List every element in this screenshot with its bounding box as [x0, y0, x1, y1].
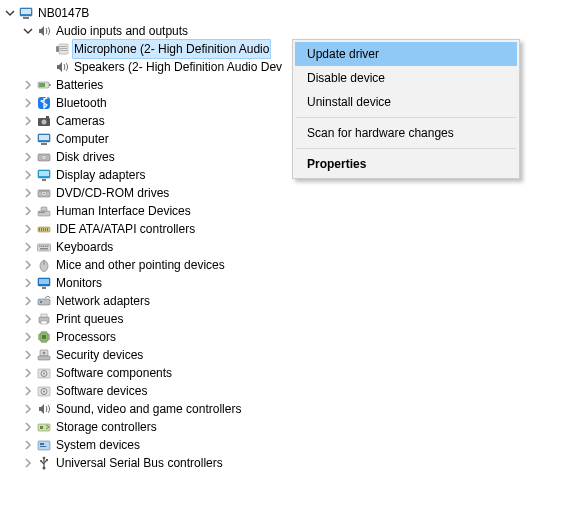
chevron-right-icon[interactable] [22, 331, 34, 343]
tree-item-label: DVD/CD-ROM drives [56, 184, 169, 202]
dvd-icon [36, 185, 52, 201]
softdev-icon [36, 383, 52, 399]
security-icon [36, 347, 52, 363]
tree-item-storage[interactable]: Storage controllers [4, 418, 562, 436]
chevron-right-icon[interactable] [22, 151, 34, 163]
speaker-icon [54, 59, 70, 75]
chevron-right-icon[interactable] [22, 223, 34, 235]
tree-item-label: Keyboards [56, 238, 113, 256]
tree-item-ide[interactable]: IDE ATA/ATAPI controllers [4, 220, 562, 238]
processors-icon [36, 329, 52, 345]
batteries-icon [36, 77, 52, 93]
tree-root-label: NB0147B [38, 4, 89, 22]
tree-item-softcomp[interactable]: Software components [4, 364, 562, 382]
computer-icon [36, 131, 52, 147]
tree-item-label: Microphone (2- High Definition Audio [72, 39, 271, 59]
chevron-right-icon[interactable] [22, 277, 34, 289]
tree-item-label: Processors [56, 328, 116, 346]
menu-update-driver[interactable]: Update driver [295, 42, 517, 66]
chevron-down-icon[interactable] [22, 25, 34, 37]
tree-item-label: Security devices [56, 346, 143, 364]
display-icon [36, 167, 52, 183]
chevron-right-icon[interactable] [22, 79, 34, 91]
tree-item-security[interactable]: Security devices [4, 346, 562, 364]
chevron-right-icon[interactable] [22, 367, 34, 379]
tree-item-label: Disk drives [56, 148, 115, 166]
chevron-right-icon[interactable] [22, 385, 34, 397]
tree-item-label: System devices [56, 436, 140, 454]
chevron-down-icon[interactable] [4, 7, 16, 19]
tree-item-label: Speakers (2- High Definition Audio Dev [74, 58, 282, 76]
chevron-right-icon[interactable] [22, 439, 34, 451]
microphone-icon [54, 41, 70, 57]
chevron-right-icon[interactable] [22, 295, 34, 307]
tree-item-print[interactable]: Print queues [4, 310, 562, 328]
sound-icon [36, 401, 52, 417]
chevron-right-icon[interactable] [22, 259, 34, 271]
tree-item-label: Bluetooth [56, 94, 107, 112]
tree-item-label: Network adapters [56, 292, 150, 310]
tree-item-label: IDE ATA/ATAPI controllers [56, 220, 195, 238]
chevron-right-icon[interactable] [22, 169, 34, 181]
tree-item-label: Software components [56, 364, 172, 382]
chevron-right-icon[interactable] [22, 205, 34, 217]
computer-root-icon [18, 5, 34, 21]
tree-item-network[interactable]: Network adapters [4, 292, 562, 310]
tree-item-sound[interactable]: Sound, video and game controllers [4, 400, 562, 418]
tree-item-monitors[interactable]: Monitors [4, 274, 562, 292]
tree-item-keyboards[interactable]: Keyboards [4, 238, 562, 256]
cameras-icon [36, 113, 52, 129]
tree-item-label: Software devices [56, 382, 147, 400]
tree-item-mice[interactable]: Mice and other pointing devices [4, 256, 562, 274]
disk-icon [36, 149, 52, 165]
chevron-right-icon[interactable] [22, 97, 34, 109]
chevron-right-icon[interactable] [22, 133, 34, 145]
tree-item-audio[interactable]: Audio inputs and outputs [4, 22, 562, 40]
tree-item-label: Batteries [56, 76, 103, 94]
tree-item-label: Audio inputs and outputs [56, 22, 188, 40]
system-icon [36, 437, 52, 453]
expander-spacer [40, 43, 52, 55]
context-menu: Update driver Disable device Uninstall d… [292, 39, 520, 179]
usb-icon [36, 455, 52, 471]
tree-item-usb[interactable]: Universal Serial Bus controllers [4, 454, 562, 472]
menu-uninstall-device[interactable]: Uninstall device [295, 90, 517, 114]
keyboards-icon [36, 239, 52, 255]
mice-icon [36, 257, 52, 273]
tree-item-label: Cameras [56, 112, 105, 130]
monitors-icon [36, 275, 52, 291]
tree-item-label: Human Interface Devices [56, 202, 191, 220]
hid-icon [36, 203, 52, 219]
tree-item-label: Storage controllers [56, 418, 157, 436]
chevron-right-icon[interactable] [22, 313, 34, 325]
chevron-right-icon[interactable] [22, 115, 34, 127]
expander-spacer [40, 61, 52, 73]
tree-item-dvd[interactable]: DVD/CD-ROM drives [4, 184, 562, 202]
chevron-right-icon[interactable] [22, 421, 34, 433]
print-icon [36, 311, 52, 327]
tree-item-label: Print queues [56, 310, 123, 328]
chevron-right-icon[interactable] [22, 187, 34, 199]
menu-properties[interactable]: Properties [295, 152, 517, 176]
menu-scan-hardware[interactable]: Scan for hardware changes [295, 121, 517, 145]
speaker-icon [36, 23, 52, 39]
chevron-right-icon[interactable] [22, 457, 34, 469]
tree-root-row[interactable]: NB0147B [4, 4, 562, 22]
tree-item-label: Mice and other pointing devices [56, 256, 225, 274]
tree-item-hid[interactable]: Human Interface Devices [4, 202, 562, 220]
tree-item-processors[interactable]: Processors [4, 328, 562, 346]
softcomp-icon [36, 365, 52, 381]
chevron-right-icon[interactable] [22, 241, 34, 253]
tree-item-label: Universal Serial Bus controllers [56, 454, 223, 472]
chevron-right-icon[interactable] [22, 349, 34, 361]
storage-icon [36, 419, 52, 435]
chevron-right-icon[interactable] [22, 403, 34, 415]
tree-item-label: Sound, video and game controllers [56, 400, 241, 418]
tree-item-softdev[interactable]: Software devices [4, 382, 562, 400]
ide-icon [36, 221, 52, 237]
tree-item-system[interactable]: System devices [4, 436, 562, 454]
tree-item-label: Computer [56, 130, 109, 148]
bluetooth-icon [36, 95, 52, 111]
menu-disable-device[interactable]: Disable device [295, 66, 517, 90]
menu-separator [296, 117, 516, 118]
